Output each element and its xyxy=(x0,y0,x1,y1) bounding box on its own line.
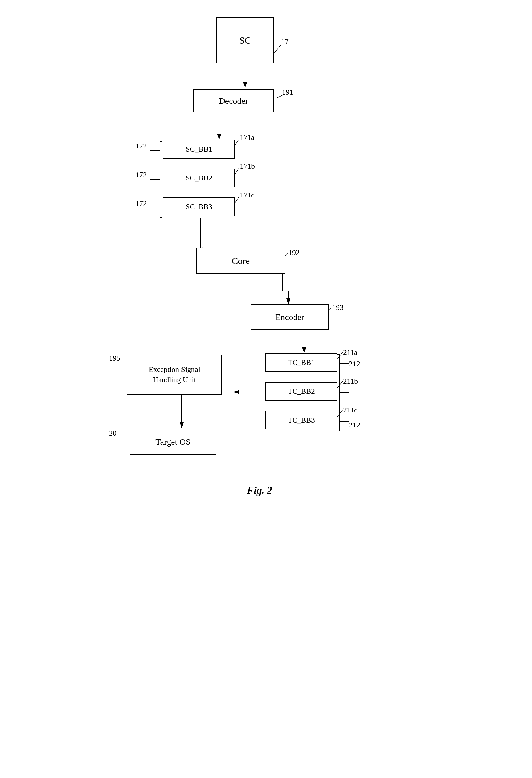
ref-171a: 171a xyxy=(240,133,254,142)
sc-bb1-box: SC_BB1 xyxy=(163,140,235,159)
svg-line-20 xyxy=(337,409,343,416)
ref-20: 20 xyxy=(109,429,117,438)
core-label: Core xyxy=(232,256,250,266)
svg-line-12 xyxy=(277,95,283,98)
svg-line-11 xyxy=(274,45,281,53)
eshu-box: Exception SignalHandling Unit xyxy=(127,355,222,395)
ref-212a: 212 xyxy=(349,360,360,368)
ref-172b: 172 xyxy=(136,171,147,179)
tc-bb1-label: TC_BB1 xyxy=(288,358,315,367)
target-os-label: Target OS xyxy=(155,437,191,447)
sc-bb1-label: SC_BB1 xyxy=(186,145,213,154)
fig-label-text: Fig. 2 xyxy=(247,484,272,496)
sc-box: SC xyxy=(216,17,274,63)
target-os-box: Target OS xyxy=(130,429,216,455)
ref-193: 193 xyxy=(332,303,344,312)
ref-211c: 211c xyxy=(343,406,358,414)
sc-label: SC xyxy=(239,35,250,46)
tc-bb3-box: TC_BB3 xyxy=(265,411,337,430)
tc-bb1-box: TC_BB1 xyxy=(265,353,337,372)
sc-bb3-label: SC_BB3 xyxy=(186,203,213,211)
ref-195: 195 xyxy=(109,354,120,363)
ref-191: 191 xyxy=(282,88,293,96)
tc-bb3-label: TC_BB3 xyxy=(288,416,315,424)
core-box: Core xyxy=(196,248,286,274)
decoder-label: Decoder xyxy=(219,96,248,106)
decoder-box: Decoder xyxy=(193,89,274,112)
ref-17: 17 xyxy=(281,37,289,46)
ref-212b: 212 xyxy=(349,421,360,430)
sc-bb3-box: SC_BB3 xyxy=(163,198,235,216)
ref-171b: 171b xyxy=(240,162,255,171)
ref-172a: 172 xyxy=(136,142,147,150)
diagram-container: SC Decoder SC_BB1 SC_BB2 SC_BB3 Core Enc… xyxy=(0,0,532,778)
encoder-box: Encoder xyxy=(251,304,329,330)
tc-bb2-box: TC_BB2 xyxy=(265,382,337,401)
ref-211b: 211b xyxy=(343,377,358,386)
sc-bb2-box: SC_BB2 xyxy=(163,169,235,187)
ref-172c: 172 xyxy=(136,200,147,208)
sc-bb2-label: SC_BB2 xyxy=(186,174,213,182)
ref-211a: 211a xyxy=(343,348,358,357)
tc-bb2-label: TC_BB2 xyxy=(288,387,315,396)
ref-192: 192 xyxy=(288,248,300,257)
fig-label: Fig. 2 xyxy=(216,484,303,496)
svg-line-18 xyxy=(337,352,343,359)
svg-line-19 xyxy=(337,381,343,388)
eshu-label: Exception SignalHandling Unit xyxy=(149,364,200,385)
ref-171c: 171c xyxy=(240,191,254,200)
encoder-label: Encoder xyxy=(275,312,304,322)
